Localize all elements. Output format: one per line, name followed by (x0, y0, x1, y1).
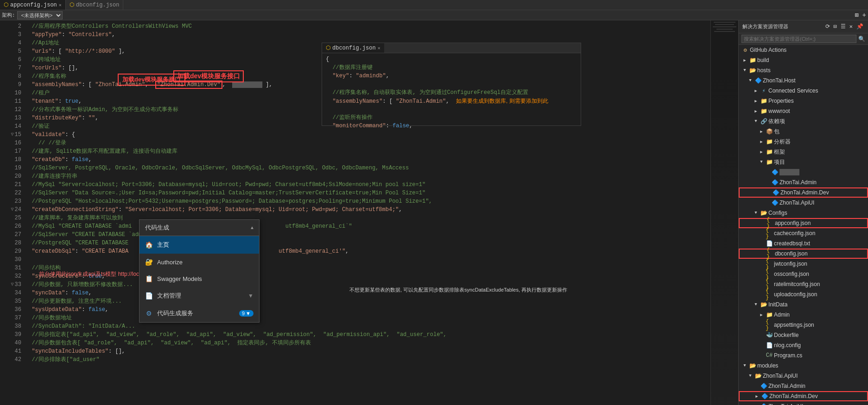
tree-item-zhontai-host[interactable]: ▼ 🔷 ZhonTai.Host (739, 75, 868, 86)
tree-item-zhontai-admin-proj[interactable]: 🔷 ZhonTai.Admin (739, 177, 868, 187)
tree-item-dbconfig-json[interactable]: { } dbconfig.json (739, 249, 868, 259)
toolbar-right-icon1[interactable]: ⊞ (855, 11, 858, 19)
tree-toggle-modules[interactable]: ▼ (741, 362, 748, 369)
tree-toggle-platform[interactable]: ▼ (747, 373, 754, 379)
tree-toggle-frameworks[interactable]: ▶ (758, 149, 765, 155)
code-line-41: "syncDataIncludeTables": [], (25, 347, 710, 355)
dropdown-item-authorize[interactable]: 🔐 Authorize (139, 254, 259, 270)
tab-appconfig-close[interactable]: ✕ (59, 2, 62, 8)
project-icon-platform-apiui: 🔷 (760, 403, 767, 405)
tree-toggle-project-folder[interactable]: ▼ (758, 159, 765, 165)
tree-toggle-hosts[interactable]: ▼ (741, 67, 748, 74)
tree-toggle-admin-folder[interactable]: ▶ (758, 312, 765, 318)
tree-item-project-folder[interactable]: ▼ 📁 项目 (739, 157, 868, 167)
tree-item-platform-zhontai-admin[interactable]: 🔷 ZhonTai.Admin (739, 381, 868, 391)
tree-item-initdata[interactable]: ▼ 📂 InitData (739, 299, 868, 310)
tree-item-nlog-config[interactable]: 📄 nlog.config (739, 340, 868, 350)
tree-item-platform-zhontai-admin-dev[interactable]: ▶ 🔷 ZhonTai.Admin.Dev (739, 391, 868, 401)
sidebar-icon-pin[interactable]: 📌 (855, 22, 864, 31)
tree-label-build: build (757, 57, 769, 63)
fc-line-9: "monitorCommand": false, (326, 122, 577, 130)
tree-item-jwtconfig-json[interactable]: { } jwtconfig.json (739, 259, 868, 269)
minimap (710, 20, 738, 405)
dropdown-item-codeservice[interactable]: ⚙ 代码生成服务 9 ▼ (139, 305, 259, 322)
dropdown-item-swagger[interactable]: 📋 Swagger Models (139, 270, 259, 287)
tree-item-frameworks[interactable]: ▶ 📁 框架 (739, 147, 868, 157)
code-line-32: "syncStructure": true, (25, 272, 710, 280)
tree-toggle-analyzers[interactable]: ▶ (758, 138, 765, 145)
tree-toggle-configs[interactable]: ▼ (753, 210, 759, 216)
tree-toggle-zhontai-host[interactable]: ▼ (747, 77, 754, 84)
tree-toggle-zhontai-apiui (764, 199, 770, 206)
floating-editor[interactable]: ⬡ dbconfig.json ✕ { //数据库注册键 "key": "adm… (322, 43, 581, 126)
fold-btn-24[interactable]: ▽ (11, 206, 14, 214)
floating-tab-close[interactable]: ✕ (378, 45, 380, 51)
code-line-22: //SqlServer "Data Source=.;User Id=sa;Pa… (25, 189, 710, 197)
folder-icon-hosts: 📂 (749, 67, 756, 74)
tree-toggle-packages[interactable]: ▶ (758, 128, 765, 135)
tree-item-platform-zhontai-apiui[interactable]: 🔷 ZhonTai.ApiUI (739, 401, 868, 405)
tree-item-appsettings-json[interactable]: { } appsettings.json (739, 320, 868, 330)
sidebar-header: 解决方案资源管理器 ⟳ ⊟ ☰ ✕ 📌 (739, 20, 868, 33)
tree-item-connected-services[interactable]: ▶ ⚡ Connected Services (739, 86, 868, 96)
fc-line-7 (326, 105, 577, 113)
tree-toggle-platform-admin-dev[interactable]: ▶ (754, 393, 760, 399)
tree-item-zhontai-admin-dev[interactable]: 🔷 ZhonTai.Admin.Dev (739, 187, 868, 198)
tree-item-uploadconfig-json[interactable]: { } uploadconfig.json (739, 289, 868, 299)
tree-toggle-dependencies[interactable]: ▼ (753, 118, 759, 125)
floating-tab-dbconfig[interactable]: ⬡ dbconfig.json ✕ (322, 43, 384, 53)
tree-item-dependencies[interactable]: ▼ 🔗 依赖项 (739, 116, 868, 126)
tree-item-zhontai-apiui[interactable]: 🔷 ZhonTai.ApiUI (739, 198, 868, 208)
sidebar-icon-sync[interactable]: ⟳ (824, 22, 831, 31)
tree-item-packages[interactable]: ▶ 📦 包 (739, 126, 868, 137)
code-line-40: //同步数据包含表[ "ad_role", "ad_api", "ad_view… (25, 339, 710, 347)
code-line-37: //同步数据地址 (25, 314, 710, 322)
tab-dbconfig[interactable]: ⬡ dbconfig.json (66, 0, 124, 10)
fc-line-1: { (326, 55, 577, 63)
json-icon-ratelimitconfig: { } (766, 280, 773, 288)
tree-item-createdbsql-txt[interactable]: 📄 createdbsql.txt (739, 238, 868, 249)
fold-btn-15[interactable]: ▽ (11, 131, 14, 139)
tree-item-proj-image[interactable]: 🔷 █████ (739, 167, 868, 177)
tree-toggle-connected[interactable]: ▶ (753, 87, 759, 94)
code-text-area[interactable]: //应用程序类型Controllers ControllersWithViews… (25, 20, 710, 405)
tree-item-build[interactable]: ▶ 📁 build (739, 55, 868, 65)
code-line-16: // //登录 (25, 139, 710, 147)
sidebar-icon-settings[interactable]: ☰ (840, 22, 847, 31)
tab-bar: ⬡ appconfig.json ✕ ⬡ dbconfig.json (0, 0, 868, 10)
tree-item-admin-folder[interactable]: ▶ 📁 Admin (739, 310, 868, 320)
sidebar-search-input[interactable] (741, 35, 856, 43)
tree-item-program-cs[interactable]: C# Program.cs (739, 350, 868, 361)
tree-item-analyzers[interactable]: ▶ 📁 分析器 (739, 137, 868, 147)
tree-item-github-actions[interactable]: ⚙ GitHub Actions (739, 45, 868, 55)
tree-toggle-properties[interactable]: ▶ (753, 98, 759, 104)
tree-toggle-wwwroot[interactable]: ▶ (753, 108, 759, 114)
tree-toggle-initdata[interactable]: ▼ (753, 301, 759, 308)
tree-item-wwwroot[interactable]: ▶ 📁 wwwroot (739, 106, 868, 116)
tree-item-configs[interactable]: ▼ 📂 Configs (739, 208, 868, 218)
tree-item-modules[interactable]: ▼ 📂 modules (739, 361, 868, 371)
tree-item-platform[interactable]: ▼ 📂 ZhonTai.ApiUI (739, 371, 868, 381)
tree-item-dockerfile[interactable]: 🐳 Dockerfile (739, 330, 868, 340)
tree-label-platform-zhontai-apiui: ZhonTai.ApiUI (768, 403, 803, 405)
sidebar-icon-collapse[interactable]: ⊟ (833, 22, 838, 31)
tree-item-hosts[interactable]: ▼ 📂 hosts (739, 65, 868, 75)
tree-label-jwtconfig-json: jwtconfig.json (774, 261, 807, 267)
architecture-select[interactable]: <未选择架构> (17, 11, 63, 19)
toolbar-right-icon2[interactable]: + (862, 12, 866, 19)
tree-item-ratelimitconfig-json[interactable]: { } ratelimitconfig.json (739, 279, 868, 289)
tree-item-appconfig-json[interactable]: { } appconfig.json (739, 218, 868, 228)
tree-item-properties[interactable]: ▶ 📁 Properties (739, 96, 868, 106)
tree-container[interactable]: ⚙ GitHub Actions ▶ 📁 build ▼ 📂 hosts ▼ (739, 45, 868, 405)
editor-scroll[interactable]: 2 3 4 5 6 7 8 9 10 11 12 13 14 ▽ 15 (0, 20, 738, 405)
tab-appconfig[interactable]: ⬡ appconfig.json ✕ (0, 0, 66, 10)
tree-item-cacheconfig-json[interactable]: { } cacheconfig.json (739, 228, 868, 238)
project-icon-zhontai-apiui: 🔷 (771, 199, 779, 206)
tree-toggle-build[interactable]: ▶ (741, 57, 748, 63)
fold-btn-33[interactable]: ▽ (11, 280, 14, 289)
tree-item-ossconfig-json[interactable]: { } ossconfig.json (739, 269, 868, 279)
dropdown-item-docmgmt[interactable]: 📄 文档管理 ▼ (139, 287, 259, 305)
dropdown-item-home[interactable]: 🏠 主页 (139, 236, 259, 254)
sidebar-icon-close[interactable]: ✕ (849, 22, 854, 31)
toolbar-label: 架构: (2, 12, 15, 19)
